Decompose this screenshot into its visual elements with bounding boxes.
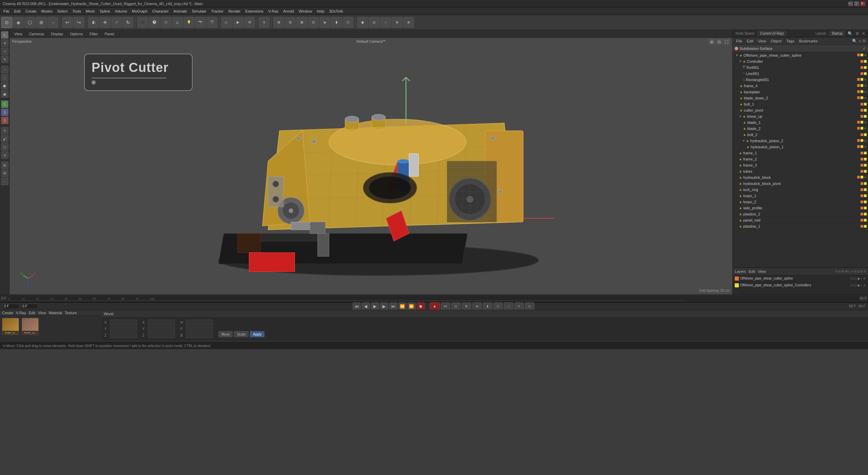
- menu-help[interactable]: Help: [315, 8, 327, 14]
- layers-tab-edit[interactable]: Edit: [749, 269, 755, 273]
- tree-item-backplate[interactable]: ▲ backplate ✕: [733, 89, 868, 95]
- layer-icon-1b[interactable]: □: [853, 277, 854, 280]
- viewport-tab-options[interactable]: Options: [68, 31, 85, 37]
- toolbar-snap1[interactable]: ⊞: [273, 17, 284, 28]
- layer-icon-2c[interactable]: □: [855, 284, 857, 287]
- toolbar-snap5[interactable]: ◈: [319, 17, 330, 28]
- tree-item-blade-down-2[interactable]: ▲ blade_down_2 ✕: [733, 95, 868, 101]
- tree-arrow-1[interactable]: ▼: [735, 54, 738, 57]
- layer-row-2[interactable]: Offshore_pipe_shear_cutter_spline_Contro…: [733, 282, 868, 289]
- tree-item-panel-mid[interactable]: ▲ panel_mid: [733, 217, 868, 223]
- tree-search-icon[interactable]: 🔍: [852, 39, 857, 43]
- menu-modes[interactable]: Modes: [39, 8, 55, 14]
- tree-tab-view[interactable]: View: [757, 39, 768, 43]
- tree-item-frame4[interactable]: ▲ frame_4 ✕: [733, 83, 868, 89]
- left-btn-pt4[interactable]: ▣: [1, 90, 8, 98]
- material-thumb-2[interactable]: frame_ci...: [22, 318, 39, 335]
- tree-arrow-15[interactable]: ▼: [742, 139, 745, 142]
- viewport-tab-display[interactable]: Display: [49, 31, 65, 37]
- scale-button[interactable]: Scale: [234, 331, 249, 337]
- transport-play[interactable]: ▶: [371, 302, 379, 310]
- transport-btn-e[interactable]: ⧫: [483, 302, 492, 310]
- toolbar-obj7[interactable]: 🎬: [206, 17, 217, 28]
- transport-prev-frame[interactable]: ◀: [362, 302, 370, 310]
- vp-icon-2[interactable]: ⊡: [716, 39, 722, 45]
- transport-btn-d[interactable]: ◈: [472, 302, 482, 310]
- layer-icon-1c[interactable]: □: [855, 277, 857, 280]
- transport-btn-b[interactable]: ⊡: [451, 302, 461, 310]
- tree-tab-bookmarks[interactable]: Bookmarks: [797, 39, 819, 43]
- menu-window[interactable]: Window: [297, 8, 314, 14]
- left-btn-select[interactable]: ↖: [1, 31, 8, 39]
- material-thumb-1[interactable]: Grate_d...: [2, 318, 19, 335]
- rot-p-input[interactable]: [186, 326, 213, 331]
- tree-item-loops1[interactable]: ▲ loops_1: [733, 193, 868, 199]
- toolbar-mode5[interactable]: ◦: [47, 17, 58, 28]
- left-btn-pt2[interactable]: ◌: [1, 74, 8, 81]
- transport-goto-start[interactable]: ⏮: [353, 302, 361, 310]
- menu-arnold[interactable]: Arnold: [281, 8, 296, 14]
- layer-icon-2e[interactable]: ○: [861, 284, 863, 287]
- tree-item-plastine2[interactable]: ▲ plastine_2: [733, 211, 868, 217]
- tree-tab-edit[interactable]: Edit: [746, 39, 755, 43]
- tree-arrow-11[interactable]: ▼: [739, 115, 742, 118]
- toolbar-extra3[interactable]: ○: [380, 17, 391, 28]
- tree-item-offshore-pipe[interactable]: ▼ ▲ Offshore_pipe_shear_cutter_spline ✕: [733, 52, 868, 58]
- tree-tab-file[interactable]: File: [735, 39, 744, 43]
- menu-vray[interactable]: V-Ray: [266, 8, 280, 14]
- left-btn-s1[interactable]: S: [1, 100, 8, 108]
- viewport-tab-cameras[interactable]: Cameras: [27, 31, 46, 37]
- rot-h-input[interactable]: [186, 320, 213, 325]
- toolbar-scale[interactable]: ⤢: [111, 17, 122, 28]
- menu-3dstoai[interactable]: 3DsToAi: [327, 8, 345, 14]
- toolbar-redo[interactable]: ↪: [74, 17, 84, 28]
- tree-item-line001[interactable]: ~ Line001: [733, 71, 868, 77]
- mat-tab-create[interactable]: Create: [2, 311, 13, 315]
- toolbar-snap3[interactable]: ⊠: [296, 17, 307, 28]
- tree-tab-tags[interactable]: Tags: [785, 39, 795, 43]
- layer-icon-2f[interactable]: ✕: [863, 284, 866, 287]
- tree-item-text001[interactable]: T Text001: [733, 64, 868, 71]
- menu-character[interactable]: Character: [150, 8, 171, 14]
- transport-btn-a[interactable]: AK: [441, 302, 450, 310]
- transport-btn-h[interactable]: ⊙: [514, 302, 524, 310]
- left-btn-lasso[interactable]: ⊙: [1, 151, 8, 159]
- layout-value[interactable]: Startup: [829, 31, 845, 36]
- toolbar-mode4[interactable]: ⊛: [36, 17, 47, 28]
- toolbar-rotate[interactable]: ↻: [123, 17, 134, 28]
- toolbar-move[interactable]: ✛: [100, 17, 111, 28]
- tree-item-frame2[interactable]: ▲ frame_2: [733, 156, 868, 162]
- pos-x-input[interactable]: [110, 320, 137, 325]
- toolbar-extra5[interactable]: ⊗: [403, 17, 414, 28]
- transport-btn-i[interactable]: ◎: [525, 302, 534, 310]
- toolbar-snap4[interactable]: ⊡: [308, 17, 319, 28]
- left-btn-scale[interactable]: ⤢: [1, 48, 8, 55]
- left-btn-select2[interactable]: ⬡: [1, 143, 8, 151]
- toolbar-select-model[interactable]: ◧: [88, 17, 99, 28]
- toolbar-undo[interactable]: ↩: [62, 17, 73, 28]
- vp-icon-3[interactable]: ⛶: [724, 39, 730, 45]
- tree-item-loops2[interactable]: ▲ loops_2: [733, 199, 868, 205]
- config-icon[interactable]: ⚙: [855, 31, 859, 36]
- mat-tab-edit[interactable]: Edit: [29, 311, 35, 315]
- layer-icon-2a[interactable]: □: [850, 284, 852, 287]
- tree-item-tubes[interactable]: ▲ tubes: [733, 168, 868, 174]
- viewport[interactable]: View Cameras Display Options Filter Pane…: [9, 30, 732, 294]
- tree-item-plastine1[interactable]: ▲ plastine_1: [733, 223, 868, 229]
- menu-animate[interactable]: Animate: [171, 8, 189, 14]
- menu-tracker[interactable]: Tracker: [209, 8, 226, 14]
- transport-next-frame[interactable]: ▶: [380, 302, 388, 310]
- transport-btn-f[interactable]: ⬠: [493, 302, 503, 310]
- left-btn-layers[interactable]: ⧉: [1, 170, 8, 177]
- maximize-button[interactable]: □: [854, 1, 859, 6]
- left-btn-extra[interactable]: ⋯: [1, 178, 8, 185]
- layer-icon-1f[interactable]: ✕: [863, 277, 866, 280]
- mat-tab-vray[interactable]: V-Ray: [16, 311, 26, 315]
- menu-spline[interactable]: Spline: [98, 8, 112, 14]
- toolbar-obj5[interactable]: 💡: [183, 17, 194, 28]
- tree-item-hyd-piston-2[interactable]: ▼ ▲ hydraulick_piston_2 ✕: [733, 138, 868, 144]
- toolbar-mode2[interactable]: ◈: [13, 17, 24, 28]
- tree-arrow-2[interactable]: ▼: [739, 60, 742, 63]
- viewport-tab-panel[interactable]: Panel: [103, 31, 116, 37]
- left-btn-paint[interactable]: 🖌: [1, 135, 8, 142]
